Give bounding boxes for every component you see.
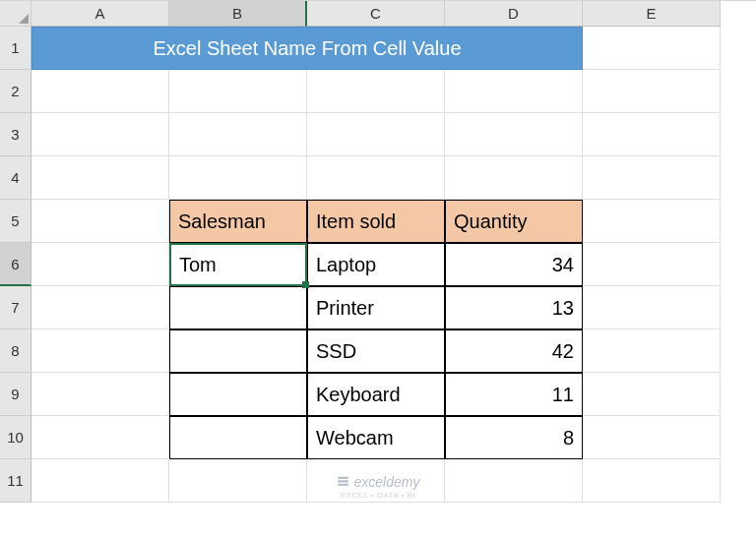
row-head-1[interactable]: 1 — [0, 27, 32, 70]
col-head-E[interactable]: E — [583, 1, 721, 27]
row-head-9[interactable]: 9 — [0, 373, 32, 416]
table-header-item-sold[interactable]: Item sold — [307, 200, 445, 243]
cell-A4[interactable] — [32, 156, 169, 200]
cell-C9-item[interactable]: Keyboard — [307, 373, 445, 416]
cell-E6[interactable] — [583, 243, 721, 286]
cell-C4[interactable] — [307, 156, 445, 200]
cell-D10-qty[interactable]: 8 — [445, 416, 583, 459]
cell-D8-qty[interactable]: 42 — [445, 329, 583, 373]
col-head-C[interactable]: C — [307, 1, 445, 27]
cell-D9-qty[interactable]: 11 — [445, 373, 583, 416]
cell-C10-item[interactable]: Webcam — [307, 416, 445, 459]
cell-E1[interactable] — [583, 27, 721, 70]
cell-A7[interactable] — [32, 286, 169, 329]
cell-C11[interactable] — [307, 459, 445, 503]
col-head-B[interactable]: B — [169, 1, 307, 27]
cell-C2[interactable] — [307, 70, 445, 113]
cell-E3[interactable] — [583, 113, 721, 156]
cell-C6-item[interactable]: Laptop — [307, 243, 445, 286]
cell-D6-qty[interactable]: 34 — [445, 243, 583, 286]
cell-A11[interactable] — [32, 459, 169, 503]
row-head-7[interactable]: 7 — [0, 286, 32, 329]
cell-A2[interactable] — [32, 70, 169, 113]
table-header-quantity[interactable]: Quantity — [445, 200, 583, 243]
cell-D2[interactable] — [445, 70, 583, 113]
row-head-6[interactable]: 6 — [0, 243, 32, 286]
cell-value: Tom — [179, 254, 217, 276]
spreadsheet-grid[interactable]: A B C D E 1 Excel Sheet Name From Cell V… — [0, 0, 756, 503]
cell-B9[interactable] — [169, 373, 307, 416]
table-header-salesman[interactable]: Salesman — [169, 200, 307, 243]
cell-D4[interactable] — [445, 156, 583, 200]
cell-D7-qty[interactable]: 13 — [445, 286, 583, 329]
cell-C3[interactable] — [307, 113, 445, 156]
row-head-4[interactable]: 4 — [0, 156, 32, 200]
fill-handle[interactable] — [302, 281, 309, 288]
col-head-A[interactable]: A — [32, 1, 169, 27]
cell-D11[interactable] — [445, 459, 583, 503]
cell-A9[interactable] — [32, 373, 169, 416]
cell-E11[interactable] — [583, 459, 721, 503]
row-head-11[interactable]: 11 — [0, 459, 32, 503]
select-all-corner[interactable] — [0, 1, 32, 27]
row-head-3[interactable]: 3 — [0, 113, 32, 156]
cell-B11[interactable] — [169, 459, 307, 503]
title-merged-cell[interactable]: Excel Sheet Name From Cell Value — [32, 27, 583, 70]
cell-A10[interactable] — [32, 416, 169, 459]
cell-B3[interactable] — [169, 113, 307, 156]
cell-B4[interactable] — [169, 156, 307, 200]
cell-E10[interactable] — [583, 416, 721, 459]
cell-A5[interactable] — [32, 200, 169, 243]
row-head-5[interactable]: 5 — [0, 200, 32, 243]
cell-B7[interactable] — [169, 286, 307, 329]
cell-E4[interactable] — [583, 156, 721, 200]
cell-E8[interactable] — [583, 329, 721, 373]
cell-A6[interactable] — [32, 243, 169, 286]
col-head-D[interactable]: D — [445, 1, 583, 27]
cell-E2[interactable] — [583, 70, 721, 113]
cell-E7[interactable] — [583, 286, 721, 329]
cell-A8[interactable] — [32, 329, 169, 373]
cell-C8-item[interactable]: SSD — [307, 329, 445, 373]
cell-B8[interactable] — [169, 329, 307, 373]
row-head-2[interactable]: 2 — [0, 70, 32, 113]
cell-A3[interactable] — [32, 113, 169, 156]
cell-D3[interactable] — [445, 113, 583, 156]
cell-E9[interactable] — [583, 373, 721, 416]
row-head-10[interactable]: 10 — [0, 416, 32, 459]
cell-B6-salesman[interactable]: Tom — [169, 243, 307, 286]
cell-B10[interactable] — [169, 416, 307, 459]
cell-E5[interactable] — [583, 200, 721, 243]
row-head-8[interactable]: 8 — [0, 329, 32, 373]
cell-C7-item[interactable]: Printer — [307, 286, 445, 329]
cell-B2[interactable] — [169, 70, 307, 113]
